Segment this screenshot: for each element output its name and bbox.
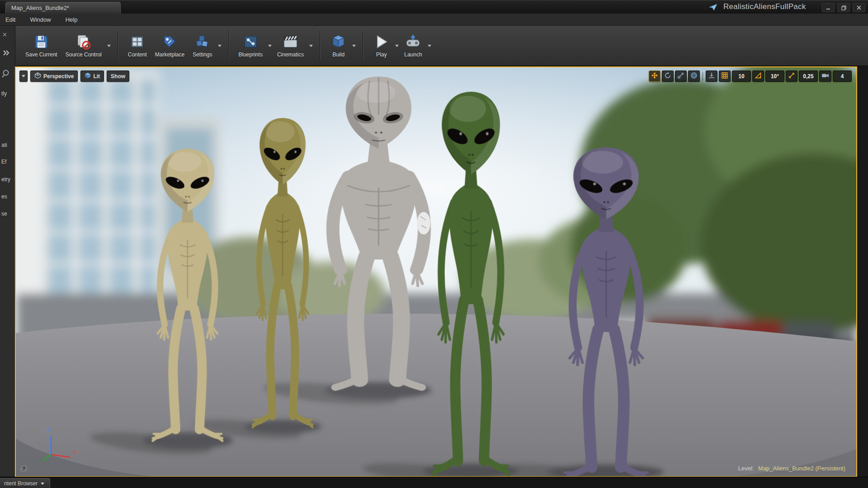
project-title: RealisticAliensFullPack (723, 2, 806, 11)
place-category-tab[interactable]: es (1, 193, 7, 200)
level-status-value: Map_Aliens_Bundle2 (Persistent) (758, 465, 845, 472)
project-badge-icon (709, 3, 718, 11)
play-icon (373, 33, 390, 50)
toolbar-button-label: Settings (193, 52, 212, 58)
launch-icon (405, 33, 421, 50)
rotate-icon (664, 72, 671, 80)
cinematics-icon (282, 33, 299, 50)
save-icon (33, 33, 50, 50)
level-tab[interactable]: Map_Aliens_Bundle2* (5, 2, 121, 14)
build-button[interactable]: Build (326, 32, 351, 60)
toolbar-button-label: Launch (404, 52, 422, 58)
source-control-button[interactable]: Source Control (61, 32, 106, 60)
toolbar-button-label: Save Current (25, 52, 57, 58)
content-button[interactable]: Content (124, 32, 151, 60)
viewport-canvas[interactable]: Perspective Lit Show (15, 66, 857, 477)
play-dropdown-caret-icon[interactable] (395, 45, 399, 47)
place-category-tab[interactable]: tly (1, 90, 7, 97)
scale-snap-toggle[interactable] (786, 70, 797, 82)
blueprints-button[interactable]: Blueprints (235, 32, 267, 60)
cinematics-button[interactable]: Cinematics (273, 32, 308, 60)
grid-snap-icon (721, 72, 728, 80)
close-button[interactable] (853, 3, 865, 12)
lit-button[interactable]: Lit (80, 70, 104, 82)
toolbar-button-label: Play (376, 52, 387, 58)
axis-x-line (51, 455, 70, 457)
menu-bar: Edit Window Help (0, 14, 868, 26)
place-actors-strip: tly ati Ef etry es se (0, 26, 15, 477)
scale-icon (677, 72, 684, 80)
toolbar-separator (118, 31, 118, 61)
save-current-button[interactable]: Save Current (21, 32, 61, 60)
expand-panel-button[interactable] (3, 49, 10, 57)
help-button[interactable]: ? (20, 465, 28, 473)
launch-button[interactable]: Launch (400, 32, 426, 60)
menu-window[interactable]: Window (30, 16, 51, 23)
settings-button[interactable]: Settings (189, 32, 216, 60)
rotation-snap-value-button[interactable]: 10° (765, 70, 784, 82)
blueprints-dropdown-caret-icon[interactable] (268, 45, 272, 47)
cinematics-dropdown-caret-icon[interactable] (309, 45, 313, 47)
perspective-icon (34, 72, 41, 80)
launch-dropdown-caret-icon[interactable] (428, 45, 431, 47)
play-button[interactable]: Play (369, 32, 394, 60)
camera-speed-button[interactable] (819, 70, 831, 82)
surface-snap-toggle[interactable] (706, 70, 717, 82)
place-category-tab[interactable]: se (1, 211, 7, 217)
toolbar-group-save: Save Current Source Control (21, 32, 112, 60)
rotate-tool-button[interactable] (662, 70, 674, 82)
show-label: Show (111, 73, 125, 80)
settings-icon (194, 33, 211, 50)
source-control-dropdown-caret-icon[interactable] (107, 45, 111, 47)
toolbar-group-blueprints: Blueprints Cinematics (235, 32, 315, 60)
place-category-tab[interactable]: ati (1, 142, 7, 148)
camera-speed-value-button[interactable]: 4 (833, 70, 852, 82)
panel-close-icon[interactable] (3, 30, 7, 38)
toolbar-button-label: Source Control (66, 52, 102, 58)
content-browser-tab[interactable]: ntent Browser (0, 478, 50, 488)
place-category-tab[interactable]: etry (1, 176, 10, 183)
title-bar: Map_Aliens_Bundle2* RealisticAliensFullP… (0, 0, 868, 14)
scale-snap-icon (788, 72, 795, 80)
world-space-toggle[interactable] (688, 70, 700, 82)
translate-icon (651, 72, 658, 80)
marketplace-icon (161, 33, 178, 50)
toolbar-group-play: Play Launch (369, 32, 432, 60)
level-status-label: Level: (738, 465, 754, 472)
window-controls (822, 3, 865, 12)
toolbar-button-label: Build (332, 52, 344, 58)
menu-edit[interactable]: Edit (5, 16, 15, 23)
perspective-button[interactable]: Perspective (30, 70, 78, 82)
viewport-toolbar-left: Perspective Lit Show (19, 70, 129, 82)
viewport-toolbar-right: 10 10° 0,25 4 (649, 70, 852, 82)
show-button[interactable]: Show (107, 70, 129, 82)
toolbar-divider (703, 72, 703, 80)
grid-snap-value-button[interactable]: 10 (732, 70, 751, 82)
search-icon[interactable] (1, 69, 10, 80)
build-dropdown-caret-icon[interactable] (352, 45, 356, 47)
ue4-editor-window: Map_Aliens_Bundle2* RealisticAliensFullP… (0, 0, 868, 488)
rotation-snap-toggle[interactable] (752, 70, 764, 82)
grid-snap-toggle[interactable] (719, 70, 731, 82)
minimize-button[interactable] (822, 3, 835, 12)
marketplace-button[interactable]: Marketplace (151, 32, 189, 60)
globe-icon (690, 72, 698, 80)
restore-button[interactable] (837, 3, 850, 12)
translate-tool-button[interactable] (649, 70, 660, 82)
camera-icon (821, 72, 829, 80)
axis-x-label: X (73, 449, 77, 456)
blueprints-icon (242, 33, 259, 50)
build-icon (330, 33, 347, 50)
ground-platform (16, 314, 856, 476)
place-category-tab[interactable]: Ef (1, 159, 6, 165)
menu-help[interactable]: Help (66, 16, 78, 23)
settings-dropdown-caret-icon[interactable] (218, 45, 222, 47)
toolbar-group-content: Content Marketplace Settings (124, 32, 223, 60)
scale-tool-button[interactable] (675, 70, 687, 82)
main-toolbar: Save Current Source Control Content (15, 26, 868, 66)
scale-snap-value-button[interactable]: 0,25 (799, 70, 818, 82)
bottom-bar: ntent Browser (0, 477, 868, 488)
viewport-options-button[interactable] (19, 70, 28, 82)
toolbar-button-label: Marketplace (155, 52, 184, 58)
chevron-down-icon (41, 483, 44, 485)
